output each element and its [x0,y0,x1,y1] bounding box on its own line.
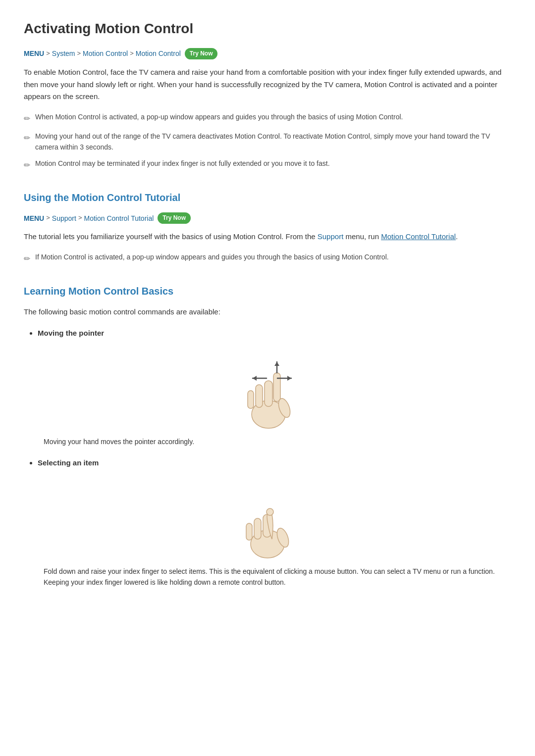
breadcrumb-section1: MENU > System > Motion Control > Motion … [24,48,511,59]
notes-list-1: ✏ When Motion Control is activated, a po… [24,112,511,172]
moving-pointer-caption: Moving your hand moves the pointer accor… [44,436,511,447]
selecting-item-caption: Fold down and raise your index finger to… [44,566,511,588]
breadcrumb2-sep2: > [78,213,82,223]
note-item-3: ✏ Motion Control may be terminated if yo… [24,158,511,172]
hand-pointer-svg [238,351,297,430]
selecting-item-illustration [24,481,511,560]
section3-title: Learning Motion Control Basics [24,283,511,299]
breadcrumb2-menu[interactable]: MENU [24,213,44,224]
section2-title: Using the Motion Control Tutorial [24,190,511,205]
svg-rect-15 [254,518,261,539]
hand-select-svg [240,481,295,560]
breadcrumb-section2: MENU > Support > Motion Control Tutorial… [24,212,511,224]
note-text-1: When Motion Control is activated, a pop-… [35,112,403,123]
motion-command-1-label: Moving the pointer [38,329,104,337]
breadcrumb-sep2: > [77,49,81,59]
svg-rect-16 [246,523,252,540]
breadcrumb-sep3: > [130,49,134,59]
motion-control-tutorial-link[interactable]: Motion Control Tutorial [381,232,456,241]
svg-rect-4 [248,391,254,408]
note-text-3: Motion Control may be terminated if your… [35,158,330,169]
try-now-badge-2[interactable]: Try Now [158,212,191,224]
motion-commands-list: Moving the pointer [38,327,511,339]
section2-body: The tutorial lets you familiarize yourse… [24,231,511,243]
svg-point-14 [267,508,273,515]
try-now-badge-1[interactable]: Try Now [185,48,218,59]
pencil-icon-2: ✏ [24,132,30,145]
page-title: Activating Motion Control [24,18,511,40]
breadcrumb-menu[interactable]: MENU [24,48,44,59]
motion-commands-list-2: Selecting an item [38,457,511,469]
notes-list-2: ✏ If Motion Control is activated, a pop-… [24,252,511,265]
svg-marker-11 [274,362,279,366]
note-item-1: ✏ When Motion Control is activated, a po… [24,112,511,125]
svg-rect-2 [273,373,280,402]
pencil-icon-4: ✏ [24,253,30,265]
moving-pointer-illustration [24,351,511,430]
pencil-icon-1: ✏ [24,113,30,125]
breadcrumb-system[interactable]: System [52,48,75,59]
svg-rect-1 [265,381,272,406]
breadcrumb2-support[interactable]: Support [52,213,76,224]
intro-text: To enable Motion Control, face the TV ca… [24,66,511,103]
breadcrumb2-sep1: > [46,213,50,223]
breadcrumb-motion-control[interactable]: Motion Control [83,48,128,59]
note-text-2: Moving your hand out of the range of the… [35,131,511,152]
motion-command-2-label: Selecting an item [38,458,99,467]
pencil-icon-3: ✏ [24,159,30,172]
section2-note-text-1: If Motion Control is activated, a pop-up… [35,252,389,263]
support-link[interactable]: Support [318,232,344,241]
svg-marker-7 [253,376,257,381]
section2-note-item-1: ✏ If Motion Control is activated, a pop-… [24,252,511,265]
breadcrumb-motion-control-link[interactable]: Motion Control [136,48,181,59]
svg-rect-3 [256,385,263,407]
breadcrumb2-tutorial-link[interactable]: Motion Control Tutorial [84,213,154,224]
svg-marker-9 [287,376,291,381]
section2-body1: The tutorial lets you familiarize yourse… [24,232,316,241]
motion-command-2: Selecting an item [38,457,511,469]
motion-command-1: Moving the pointer [38,327,511,339]
section2-body2: menu, run [345,232,379,241]
note-item-2: ✏ Moving your hand out of the range of t… [24,131,511,152]
section3-intro: The following basic motion control comma… [24,306,511,318]
breadcrumb-sep1: > [46,49,50,59]
